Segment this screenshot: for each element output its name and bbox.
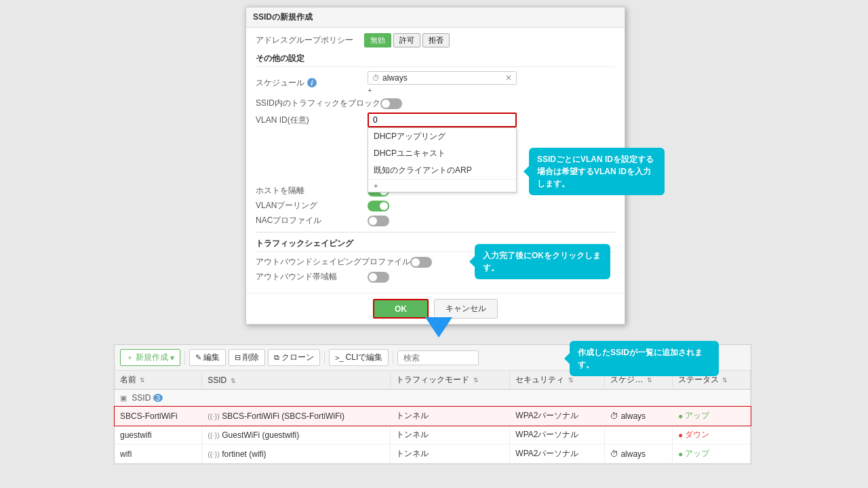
toolbar-sep-1 [184, 351, 185, 365]
schedule-value: always [382, 73, 502, 83]
search-input[interactable] [397, 350, 479, 365]
schedule-info-icon[interactable]: i [307, 78, 317, 87]
wifi-icon: ((·)) [208, 412, 220, 420]
schedule-row: スケジュール i ⏱ always ✕ + [256, 71, 615, 94]
table-row[interactable]: guestwifi ((·)) GuestWiFi (guestwifi) トン… [115, 426, 751, 445]
cell-traffic: トンネル [391, 445, 510, 464]
outbound-profile-label: アウトバウンドシェイピングプロファイル [256, 256, 410, 268]
cell-security: WPA2パーソナル [510, 445, 605, 464]
policy-buttons: 無効 許可 拒否 [364, 33, 450, 47]
wifi-icon: ((·)) [208, 450, 220, 458]
block-traffic-row: SSID内のトラフィックをブロック [256, 98, 615, 109]
ssid-table: 名前 ⇅ SSID ⇅ トラフィックモード ⇅ セキュリティ ⇅ スケジ… ⇅ … [115, 371, 751, 464]
schedule-clear-btn[interactable]: ✕ [505, 73, 512, 83]
group-row: ▣ SSID 3 [115, 390, 751, 407]
clone-icon: ⧉ [274, 353, 279, 362]
policy-btn-disabled[interactable]: 無効 [364, 33, 391, 47]
callout-vlan: SSIDごとにVLAN IDを設定する場合は希望するVLAN IDを入力します。 [529, 148, 665, 195]
status-badge: ● アップ [678, 410, 745, 422]
edit-button[interactable]: ✎ 編集 [189, 349, 226, 366]
delete-icon: ⊟ [235, 353, 241, 362]
cell-ssid: ((·)) GuestWiFi (guestwifi) [202, 426, 391, 445]
block-traffic-label: SSID内のトラフィックをブロック [256, 98, 380, 109]
status-badge: ● アップ [678, 448, 745, 460]
policy-btn-deny[interactable]: 拒否 [422, 33, 450, 47]
edit-icon: ✎ [195, 353, 201, 362]
vlan-input-wrap: DHCPアップリング DHCPユニキャスト 既知のクライアントのARP + [368, 113, 517, 127]
clone-button[interactable]: ⧉ クローン [268, 349, 320, 366]
wifi-icon: ((·)) [208, 431, 220, 439]
cell-status: ● アップ [673, 445, 751, 464]
schedule-cell: ⏱ always [610, 411, 667, 421]
cell-ssid: ((·)) SBCS-FortiWiFi (SBCS-FortiWiFi) [202, 407, 391, 426]
nac-profile-row: NACプロファイル [256, 215, 615, 226]
cell-name: SBCS-FortiWiFi [115, 407, 202, 426]
vlan-dropdown: DHCPアップリング DHCPユニキャスト 既知のクライアントのARP + [368, 127, 517, 192]
status-icon: ● [678, 430, 683, 440]
down-arrow [425, 317, 452, 338]
expand-icon: ▣ [120, 394, 127, 402]
delete-button[interactable]: ⊟ 削除 [229, 349, 265, 366]
schedule-plus[interactable]: + [368, 86, 517, 94]
cell-name: guestwifi [115, 426, 202, 445]
cell-status: ● ダウン [673, 426, 751, 445]
cell-security: WPA2パーソナル [510, 426, 605, 445]
callout-ssid: 作成したSSIDが一覧に追加されます。 [570, 341, 719, 376]
cell-ssid: ((·)) fortinet (wifi) [202, 445, 391, 464]
schedule-cell: ⏱ always [610, 449, 667, 459]
schedule-clock-icon: ⏱ [610, 411, 618, 421]
host-isolate-label: ホストを隔離 [256, 185, 368, 197]
table-row[interactable]: SBCS-FortiWiFi ((·)) SBCS-FortiWiFi (SBC… [115, 407, 751, 426]
outbound-bandwidth-toggle[interactable] [368, 272, 389, 283]
status-label: ダウン [685, 429, 709, 441]
vlan-id-input[interactable] [368, 113, 517, 127]
dropdown-item-known-client-arp[interactable]: 既知のクライアントのARP [368, 162, 516, 179]
status-label: アップ [685, 448, 709, 460]
table-row[interactable]: wifi ((·)) fortinet (wifi) トンネル WPA2パーソナ… [115, 445, 751, 464]
dropdown-item-dhcp-unicast[interactable]: DHCPユニキャスト [368, 145, 516, 162]
dropdown-plus[interactable]: + [368, 179, 516, 192]
vlan-pooling-toggle[interactable] [368, 201, 389, 211]
outbound-bandwidth-label: アウトバウンド帯域幅 [256, 271, 368, 283]
cell-status: ● アップ [673, 407, 751, 426]
outbound-profile-toggle[interactable] [410, 257, 432, 268]
policy-btn-allow[interactable]: 許可 [393, 33, 420, 47]
cell-schedule: ⏱ always [605, 407, 673, 426]
vlan-id-row: VLAN ID(任意) DHCPアップリング DHCPユニキャスト 既知のクライ… [256, 113, 615, 127]
cli-button[interactable]: >_ CLIで編集 [329, 349, 389, 366]
vlan-id-label: VLAN ID(任意) [256, 115, 368, 126]
cell-traffic: トンネル [391, 426, 510, 445]
callout-ok: 入力完了後にOKをクリックします。 [475, 244, 610, 279]
toolbar-sep-3 [393, 351, 393, 365]
toolbar-sep-2 [324, 351, 325, 365]
modal-title: SSIDの新規作成 [246, 7, 625, 28]
address-group-policy-row: アドレスグループポリシー 無効 許可 拒否 [256, 33, 615, 47]
new-icon: ＋ [126, 352, 134, 363]
nac-profile-toggle[interactable] [368, 216, 389, 226]
ok-button[interactable]: OK [373, 299, 429, 319]
address-group-policy-label: アドレスグループポリシー [256, 35, 364, 46]
th-ssid: SSID ⇅ [202, 371, 391, 390]
status-badge: ● ダウン [678, 429, 745, 441]
vlan-pooling-label: VLANプーリング [256, 200, 368, 211]
th-traffic-mode: トラフィックモード ⇅ [391, 371, 510, 390]
schedule-clock-icon: ⏱ [372, 74, 380, 82]
th-name: 名前 ⇅ [115, 371, 202, 390]
block-traffic-toggle[interactable] [380, 98, 402, 109]
status-icon: ● [678, 411, 683, 421]
cell-schedule [605, 426, 673, 445]
dropdown-item-dhcp-uplink[interactable]: DHCPアップリング [368, 128, 516, 145]
cell-name: wifi [115, 445, 202, 464]
cancel-button[interactable]: キャンセル [434, 299, 498, 319]
status-icon: ● [678, 449, 683, 459]
new-button[interactable]: ＋ 新規作成 ▾ [120, 349, 180, 366]
schedule-label: スケジュール i [256, 77, 368, 89]
cell-schedule: ⏱ always [605, 445, 673, 464]
schedule-clock-icon: ⏱ [610, 449, 618, 459]
vlan-pooling-row: VLANプーリング [256, 200, 615, 211]
status-label: アップ [685, 410, 709, 422]
schedule-field[interactable]: ⏱ always ✕ [368, 71, 517, 85]
cell-traffic: トンネル [391, 407, 510, 426]
other-settings-title: その他の設定 [256, 53, 615, 67]
cell-security: WPA2パーソナル [510, 407, 605, 426]
